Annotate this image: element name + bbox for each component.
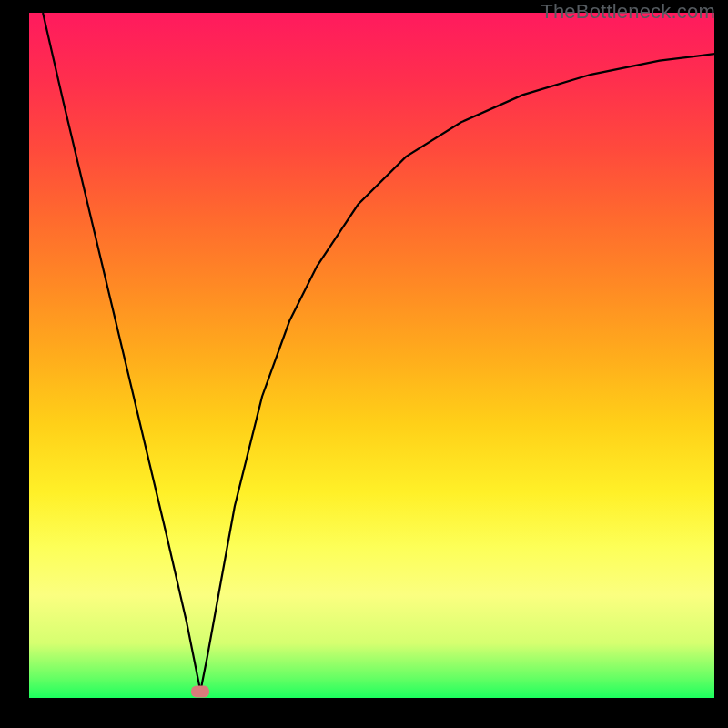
plot-area [29, 13, 714, 698]
chart-frame: TheBottleneck.com [0, 0, 728, 728]
watermark-text: TheBottleneck.com [541, 0, 715, 24]
curve-svg [29, 13, 714, 698]
curve-line [43, 13, 714, 692]
optimal-marker [191, 685, 209, 697]
